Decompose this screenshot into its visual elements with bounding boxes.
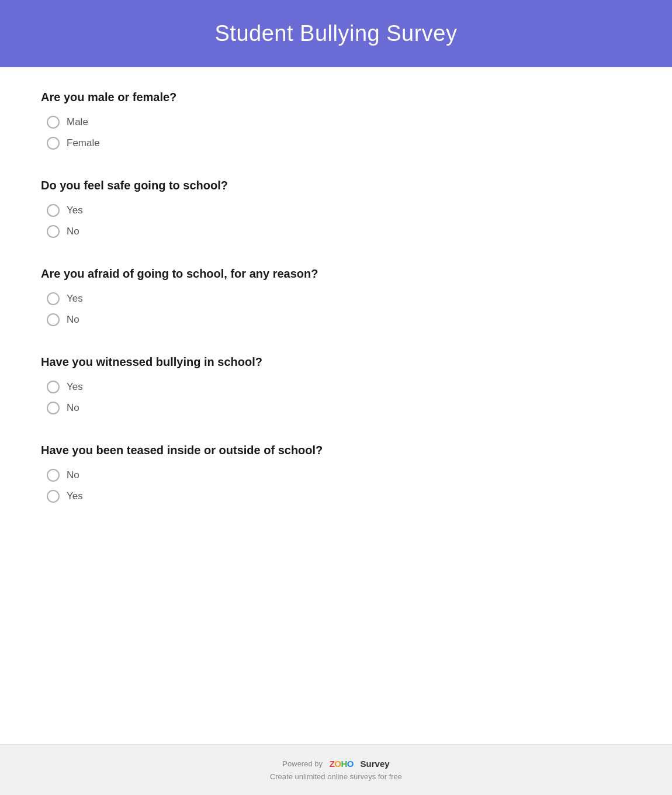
option-item-4-1[interactable]: Yes — [47, 381, 631, 393]
radio-circle-5-1[interactable] — [47, 469, 60, 482]
question-text-1: Are you male or female? — [41, 91, 631, 104]
zoho-letter-o1: O — [334, 759, 341, 769]
option-item-5-1[interactable]: No — [47, 469, 631, 482]
survey-content: Are you male or female?MaleFemaleDo you … — [0, 67, 672, 744]
options-list-2: YesNo — [41, 204, 631, 238]
radio-circle-2-2[interactable] — [47, 225, 60, 238]
zoho-letter-z: Z — [330, 759, 335, 769]
radio-circle-4-1[interactable] — [47, 381, 60, 393]
options-list-3: YesNo — [41, 292, 631, 326]
option-label-1-1: Male — [67, 116, 88, 128]
zoho-letter-h: H — [341, 759, 347, 769]
options-list-5: NoYes — [41, 469, 631, 503]
options-list-4: YesNo — [41, 381, 631, 414]
option-label-3-1: Yes — [67, 293, 83, 305]
footer-powered-by: Powered by ZOHO Survey — [282, 759, 389, 769]
option-label-1-2: Female — [67, 137, 100, 149]
radio-circle-2-1[interactable] — [47, 204, 60, 217]
zoho-letter-o2: O — [347, 759, 354, 769]
question-block-3: Are you afraid of going to school, for a… — [41, 267, 631, 326]
option-label-3-2: No — [67, 314, 79, 326]
option-item-5-2[interactable]: Yes — [47, 490, 631, 503]
question-block-2: Do you feel safe going to school?YesNo — [41, 179, 631, 238]
radio-circle-1-2[interactable] — [47, 137, 60, 150]
question-block-1: Are you male or female?MaleFemale — [41, 91, 631, 150]
options-list-1: MaleFemale — [41, 116, 631, 150]
question-text-2: Do you feel safe going to school? — [41, 179, 631, 192]
footer-create-text: Create unlimited online surveys for free — [270, 772, 402, 781]
question-text-4: Have you witnessed bullying in school? — [41, 355, 631, 369]
zoho-logo[interactable]: ZOHO — [330, 759, 354, 769]
option-item-2-1[interactable]: Yes — [47, 204, 631, 217]
question-text-5: Have you been teased inside or outside o… — [41, 444, 631, 457]
option-label-5-2: Yes — [67, 490, 83, 502]
radio-circle-5-2[interactable] — [47, 490, 60, 503]
option-item-2-2[interactable]: No — [47, 225, 631, 238]
option-label-5-1: No — [67, 469, 79, 481]
radio-circle-3-1[interactable] — [47, 292, 60, 305]
option-item-3-1[interactable]: Yes — [47, 292, 631, 305]
option-item-1-2[interactable]: Female — [47, 137, 631, 150]
radio-circle-4-2[interactable] — [47, 402, 60, 414]
question-block-5: Have you been teased inside or outside o… — [41, 444, 631, 503]
question-block-4: Have you witnessed bullying in school?Ye… — [41, 355, 631, 414]
survey-title: Student Bullying Survey — [215, 21, 458, 46]
radio-circle-1-1[interactable] — [47, 116, 60, 129]
radio-circle-3-2[interactable] — [47, 313, 60, 326]
option-label-2-1: Yes — [67, 205, 83, 216]
option-item-3-2[interactable]: No — [47, 313, 631, 326]
survey-footer: Powered by ZOHO Survey Create unlimited … — [0, 744, 672, 795]
option-item-4-2[interactable]: No — [47, 402, 631, 414]
survey-header: Student Bullying Survey — [0, 0, 672, 67]
option-label-4-2: No — [67, 402, 79, 414]
powered-by-label: Powered by — [282, 759, 323, 768]
footer-survey-label: Survey — [361, 759, 390, 769]
option-item-1-1[interactable]: Male — [47, 116, 631, 129]
option-label-2-2: No — [67, 226, 79, 237]
question-text-3: Are you afraid of going to school, for a… — [41, 267, 631, 281]
option-label-4-1: Yes — [67, 381, 83, 393]
